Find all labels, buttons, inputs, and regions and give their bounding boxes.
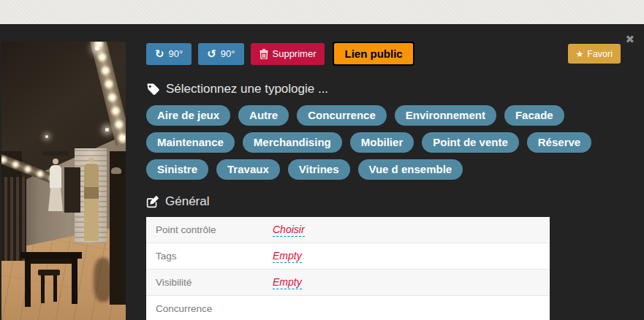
page-background-strip (0, 0, 644, 24)
photo-mannequin-1 (53, 159, 58, 164)
typology-option[interactable]: Vitrines (288, 159, 350, 180)
rotate-clockwise-icon: ↻ (155, 48, 164, 59)
table-row: Concurrence (146, 296, 550, 320)
photo-mannequin-1 (50, 165, 61, 188)
photo-mannequin-1 (48, 188, 63, 211)
typology-option[interactable]: Vue d ensemble (358, 159, 463, 180)
typology-option[interactable]: Mobilier (350, 132, 414, 153)
table-row: Point contrôle Choisir (146, 217, 550, 243)
tag-icon (146, 83, 160, 96)
typology-prompt: Sélectionnez une typologie ... (146, 82, 630, 96)
photo-light-flare (95, 46, 99, 50)
general-section-header: Général (146, 194, 630, 209)
typology-option[interactable]: Concurrence (297, 105, 387, 126)
table-row: Visibilité Empty (146, 270, 550, 296)
typology-option[interactable]: Environnement (395, 105, 496, 126)
photo-clothes-rack-left (1, 177, 26, 261)
typology-prompt-text: Sélectionnez une typologie ... (166, 82, 328, 96)
photo-table (20, 252, 82, 259)
typology-option[interactable]: Réserve (527, 132, 591, 153)
row-value-editable[interactable]: Choisir (273, 224, 305, 237)
photo-shadow (94, 258, 113, 302)
photo-stool (41, 275, 45, 303)
typology-option[interactable]: Aire de jeux (146, 105, 230, 126)
row-label: Tags (146, 251, 273, 262)
photo-detail-modal: ✖ ★ Favori (0, 24, 644, 320)
photo-stool (38, 270, 60, 275)
photo-mannequin-2 (88, 157, 94, 163)
row-value-editable[interactable]: Empty (273, 276, 302, 289)
typology-option[interactable]: Autre (238, 105, 289, 126)
rotate-counterclockwise-icon: ↺ (207, 48, 216, 59)
typology-option[interactable]: Sinistre (146, 159, 208, 180)
typology-option[interactable]: Facade (504, 105, 564, 126)
public-link-label: Lien public (344, 47, 402, 60)
typology-option[interactable]: Maintenance (146, 132, 235, 153)
public-link-button[interactable]: Lien public (333, 42, 414, 66)
photo-stool (53, 275, 57, 302)
photo-light-flare (45, 135, 48, 138)
photo-toolbar: ↻ 90° ↺ 90° Supprimer Lien (146, 40, 630, 67)
typology-option[interactable]: Point de vente (422, 132, 519, 153)
typology-option[interactable]: Travaux (216, 159, 280, 180)
photo-hat (111, 167, 121, 174)
photo-preview (1, 42, 126, 320)
photo-mannequin-2 (84, 164, 99, 241)
photo-table (72, 259, 77, 304)
rotate-counterclockwise-label: 90° (221, 48, 235, 59)
photo-wall-sign (42, 151, 69, 156)
rotate-counterclockwise-button[interactable]: ↺ 90° (198, 43, 243, 65)
trash-icon (260, 49, 268, 59)
general-table: Point contrôle Choisir Tags Empty Visibi… (146, 217, 550, 320)
typology-options: Aire de jeux Autre Concurrence Environne… (146, 105, 629, 180)
photo-table (31, 259, 72, 264)
row-label: Concurrence (146, 303, 273, 314)
delete-button-label: Supprimer (273, 48, 317, 59)
table-row: Tags Empty (146, 243, 550, 270)
photo-table (25, 259, 31, 307)
photo-clothes-rack-mid (64, 167, 80, 213)
typology-option[interactable]: Merchandising (243, 132, 342, 153)
photo-light-flare (105, 128, 109, 132)
row-value-editable[interactable]: Empty (273, 250, 302, 263)
edit-icon (146, 195, 159, 208)
rotate-clockwise-button[interactable]: ↻ 90° (146, 43, 192, 65)
delete-button[interactable]: Supprimer (251, 43, 325, 65)
row-label: Point contrôle (146, 224, 273, 235)
general-section-title: Général (165, 194, 209, 209)
rotate-clockwise-label: 90° (169, 48, 183, 59)
row-label: Visibilité (146, 277, 273, 288)
